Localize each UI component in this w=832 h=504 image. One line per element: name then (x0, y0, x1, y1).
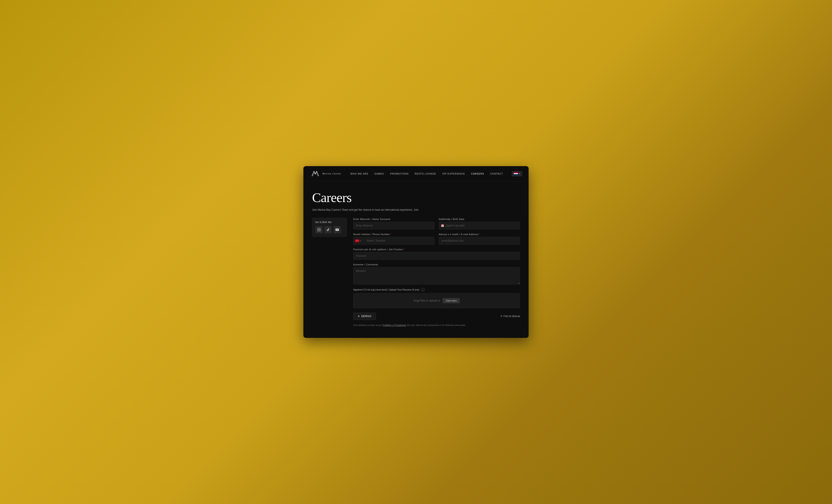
nav-resto-lounge[interactable]: RESTO LOUNGE (415, 172, 436, 175)
form-group-comments: Komente / Comments (353, 263, 520, 284)
upload-drag-text: Drag Files to Upload or (413, 299, 440, 302)
birthdate-label: Datëlindja / Birth Date (439, 218, 520, 220)
nav-promotions[interactable]: PROMOTIONS (390, 172, 409, 175)
upload-click-here-button[interactable]: Click Here (443, 298, 460, 303)
nav-who-we-are[interactable]: WHO WE ARE (350, 172, 368, 175)
form-row-4: Komente / Comments (353, 263, 520, 284)
email-label: Adresa e e-mailit / E-mail Address * (439, 233, 520, 235)
date-input-wrapper: 📅 (439, 222, 520, 229)
phone-input[interactable] (364, 237, 435, 245)
phone-flag-selector[interactable]: 🦅 ▾ (353, 237, 364, 245)
phone-required: * (390, 233, 392, 235)
flag-icon (514, 172, 518, 175)
email-input[interactable] (439, 237, 520, 245)
send-icon: ✈ (358, 315, 360, 318)
page-subtitle: Join Marina Bay Casino's Team and get th… (312, 208, 520, 211)
position-label: Pozicioni për të cilin aplikoni / Job Po… (353, 248, 520, 251)
form-group-position: Pozicioni për të cilin aplikoni / Job Po… (353, 248, 520, 260)
email-required: * (478, 233, 480, 235)
find-us-box: NA GJENI NE: (312, 218, 347, 236)
position-input[interactable] (353, 252, 520, 260)
page-title: Careers (312, 190, 520, 205)
form-row-3: Pozicioni për të cilin aplikoni / Job Po… (353, 248, 520, 260)
upload-label: Ngarkoni CV-në tuaj (nese keni) / Upload… (353, 288, 419, 291)
logo-text: Marina Casino (322, 172, 341, 175)
content-layout: NA GJENI NE: (312, 218, 520, 327)
sidebar: NA GJENI NE: (312, 218, 347, 327)
comments-textarea[interactable] (353, 267, 520, 284)
name-label: Emër Mbiemër / Name Surname (353, 218, 435, 220)
youtube-icon[interactable] (334, 226, 341, 233)
nav-careers[interactable]: CAREERS (471, 172, 484, 175)
nav-contact[interactable]: CONTACT (490, 172, 503, 175)
submit-label: DERGO (361, 315, 372, 318)
privacy-text-after: dhe jam dakord për perpunimin e të dhëna… (406, 324, 466, 327)
reset-icon: ↺ (500, 315, 502, 318)
svg-rect-0 (317, 228, 320, 231)
albania-flag: 🦅 (355, 240, 359, 242)
upload-section: Ngarkoni CV-në tuaj (nese keni) / Upload… (353, 288, 520, 308)
form-row-2: Numër telefoni / Phone Number * 🦅 ▾ (353, 233, 520, 245)
calendar-icon: 📅 (441, 224, 444, 227)
form-row-1: Emër Mbiemër / Name Surname Datëlindja /… (353, 218, 520, 229)
upload-info-icon[interactable]: i (421, 288, 425, 291)
find-us-label: NA GJENI NE: (315, 221, 343, 223)
social-icons (315, 226, 343, 233)
logo-area[interactable]: Marina Casino (310, 168, 341, 179)
tiktok-icon[interactable] (324, 226, 332, 233)
upload-dropzone[interactable]: Drag Files to Upload or Click Here (353, 293, 520, 308)
comments-label: Komente / Comments (353, 263, 520, 266)
submit-button[interactable]: ✈ DERGO (353, 313, 376, 320)
instagram-icon[interactable] (315, 226, 323, 233)
upload-label-row: Ngarkoni CV-në tuaj (nese keni) / Upload… (353, 288, 520, 291)
form-group-phone: Numër telefoni / Phone Number * 🦅 ▾ (353, 233, 435, 245)
name-input[interactable] (353, 222, 435, 229)
browser-window: Marina Casino WHO WE ARE GAMES PROMOTION… (304, 166, 528, 338)
form-group-email: Adresa e e-mailit / E-mail Address * (439, 233, 520, 245)
reset-button[interactable]: ↺ Fshi të dhënat (500, 315, 520, 318)
privacy-link[interactable]: Politikën e Privatësisë (383, 324, 406, 327)
logo-icon (310, 168, 321, 179)
svg-point-1 (318, 229, 319, 230)
phone-label: Numër telefoni / Phone Number * (353, 233, 435, 235)
form-group-name: Emër Mbiemër / Name Surname (353, 218, 435, 229)
form-area: Emër Mbiemër / Name Surname Datëlindja /… (353, 218, 520, 327)
nav-vip-experience[interactable]: VIP EXPERIENCE (442, 172, 465, 175)
main-content: Careers Join Marina Bay Casino's Team an… (304, 181, 528, 338)
phone-dropdown-arrow: ▾ (360, 240, 361, 242)
reset-label: Fshi të dhënat (503, 315, 520, 318)
nav-links: WHO WE ARE GAMES PROMOTIONS RESTO LOUNGE… (350, 171, 522, 176)
lang-selector[interactable]: ▾ (512, 171, 522, 176)
privacy-text-before: Unë deklaroj se kam lexuar (353, 324, 383, 327)
position-required: * (403, 248, 405, 251)
nav-games[interactable]: GAMES (374, 172, 384, 175)
birthdate-input[interactable] (439, 222, 520, 229)
form-actions: ✈ DERGO ↺ Fshi të dhënat (353, 313, 520, 320)
lang-arrow-icon: ▾ (519, 172, 520, 175)
navbar: Marina Casino WHO WE ARE GAMES PROMOTION… (304, 166, 528, 181)
phone-row: 🦅 ▾ (353, 237, 435, 245)
privacy-section: Unë deklaroj se kam lexuar Politikën e P… (353, 324, 520, 327)
form-group-birthdate: Datëlindja / Birth Date 📅 (439, 218, 520, 229)
